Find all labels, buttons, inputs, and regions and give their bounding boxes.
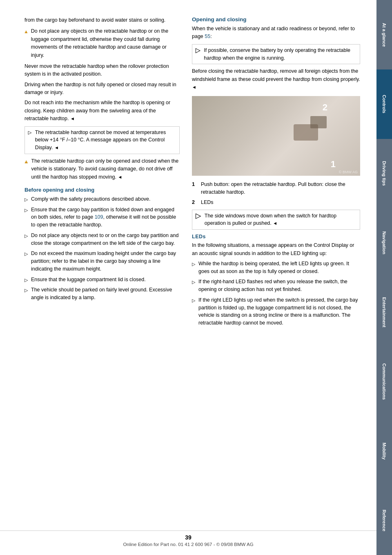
return-arrow-right-1: ◄: [192, 85, 196, 90]
bullet-arrow-icon: ▷: [24, 277, 28, 284]
note-arrow-icon-2: [195, 47, 200, 55]
sidebar-item-mobility[interactable]: Mobility: [376, 416, 392, 486]
return-arrow-1: ◄: [70, 116, 75, 121]
opening-closing-heading: Opening and closing: [192, 16, 360, 22]
bullet-arrow-icon: ▷: [24, 233, 28, 239]
item-text-1: Push button: open the retractable hardto…: [201, 181, 360, 196]
return-arrow-3: ◄: [118, 175, 122, 179]
list-item: ▷ Do not place any objects next to or on…: [24, 232, 180, 247]
main-content: from the cargo bay beforehand to avoid w…: [0, 0, 376, 354]
return-arrow-2: ◄: [54, 145, 59, 150]
note-box-right-1: If possible, conserve the battery by onl…: [192, 44, 360, 65]
bullet-arrow-icon: ▷: [192, 261, 195, 268]
numbered-item-1: 1 Push button: open the retractable hard…: [192, 181, 360, 196]
leds-heading: LEDs: [192, 234, 360, 239]
warning-text-2: The retractable hardtop can only be open…: [31, 158, 179, 180]
warning-box-1: ! Do not place any objects on the retrac…: [24, 27, 180, 59]
bullet-arrow-icon: ▷: [24, 196, 28, 203]
bullet-arrow-icon: ▷: [192, 297, 195, 304]
note-text-right-2: The side windows move down when the swit…: [205, 213, 336, 226]
sidebar-item-entertainment[interactable]: Entertainment: [376, 278, 392, 347]
leds-bullet-3: If the right LED lights up red when the …: [198, 296, 360, 327]
note-text-right-1: If possible, conserve the battery by onl…: [204, 47, 357, 62]
bullet-arrow-icon: ▷: [192, 279, 195, 286]
page-footer: 39 Online Edition for Part no. 01 41 2 6…: [0, 530, 376, 547]
warning-triangle-icon-2: !: [24, 157, 28, 166]
page-number: 39: [0, 534, 376, 541]
leds-bullet-2: If the right-hand LED flashes red when y…: [198, 278, 360, 293]
bullet-arrow-icon: ▷: [24, 287, 28, 294]
svg-text:!: !: [26, 31, 26, 33]
item-number-2: 2: [192, 199, 198, 206]
list-item: ▷ The vehicle should be parked on fairly…: [24, 286, 180, 302]
note-box-right-2: The side windows move down when the swit…: [192, 210, 360, 230]
svg-marker-5: [196, 48, 200, 53]
sidebar-item-controls[interactable]: Controls: [376, 69, 392, 139]
list-item: ▷ Do not exceed the maximum loading heig…: [24, 250, 180, 273]
bullet-arrow-icon: ▷: [24, 207, 28, 214]
body-text-3: Do not reach into the mechanism while th…: [24, 99, 180, 123]
warning-triangle-icon-1: !: [24, 27, 28, 36]
before-opening-heading: Before opening and closing: [24, 187, 180, 193]
hardtop-image: 2 1 © BMW AG: [192, 96, 360, 176]
note-box-1: The retractable hardtop cannot be moved …: [24, 126, 180, 154]
bullet-arrow-icon: ▷: [24, 251, 28, 257]
right-column: Opening and closing When the vehicle is …: [192, 16, 360, 330]
svg-marker-6: [196, 214, 200, 219]
sidebar: At a glance Controls Driving tips Naviga…: [376, 0, 392, 555]
intro-text: from the cargo bay beforehand to avoid w…: [24, 16, 180, 24]
warning-box-2: ! The retractable hardtop can only be op…: [24, 157, 180, 181]
body-text-2: Driving when the hardtop is not fully op…: [24, 81, 180, 97]
item-number-1: 1: [192, 181, 198, 188]
left-column: from the cargo bay beforehand to avoid w…: [24, 16, 180, 330]
image-detail-2: [310, 116, 327, 128]
right-body-1: Before closing the retractable hardtop, …: [192, 67, 360, 91]
image-label-1: 1: [331, 159, 336, 170]
item-text-2: LEDs: [201, 199, 214, 206]
page-ref-55[interactable]: 55: [205, 34, 210, 39]
list-item: ▷ If the right-hand LED flashes red when…: [192, 278, 360, 293]
leds-bullet-1: While the hardtop is being operated, the…: [198, 260, 360, 275]
note-arrow-icon-3: [195, 212, 201, 220]
image-background: 2 1 © BMW AG: [192, 96, 360, 176]
before-opening-bullets: ▷ Comply with the safety precautions des…: [24, 195, 180, 302]
list-item: ▷ If the right LED lights up red when th…: [192, 296, 360, 327]
sidebar-item-driving-tips[interactable]: Driving tips: [376, 139, 392, 208]
return-arrow-right-2: ◄: [273, 221, 277, 226]
svg-marker-2: [28, 131, 31, 134]
sidebar-item-at-a-glance[interactable]: At a glance: [376, 0, 392, 69]
body-text-1: Never move the retractable hardtop when …: [24, 63, 180, 78]
image-watermark: © BMW AG: [339, 170, 358, 174]
image-label-2: 2: [323, 102, 327, 113]
sidebar-item-communications[interactable]: Communications: [376, 347, 392, 416]
list-item: ▷ Ensure that the cargo bay partition is…: [24, 206, 180, 229]
list-item: ▷ While the hardtop is being operated, t…: [192, 260, 360, 275]
warning-text-1: Do not place any objects on the retracta…: [31, 27, 180, 59]
numbered-item-2: 2 LEDs: [192, 199, 360, 206]
footer-text: Online Edition for Part no. 01 41 2 600 …: [123, 542, 253, 547]
leds-intro: In the following situations, a message a…: [192, 242, 360, 257]
leds-bullets: ▷ While the hardtop is being operated, t…: [192, 260, 360, 327]
sidebar-item-reference[interactable]: Reference: [376, 486, 392, 555]
list-item: ▷ Ensure that the luggage compartment li…: [24, 276, 180, 284]
list-item: ▷ Comply with the safety precautions des…: [24, 195, 180, 203]
note-arrow-icon-1: [28, 129, 32, 137]
right-intro-text: When the vehicle is stationary and at ra…: [192, 25, 360, 41]
sidebar-item-navigation[interactable]: Navigation: [376, 208, 392, 278]
